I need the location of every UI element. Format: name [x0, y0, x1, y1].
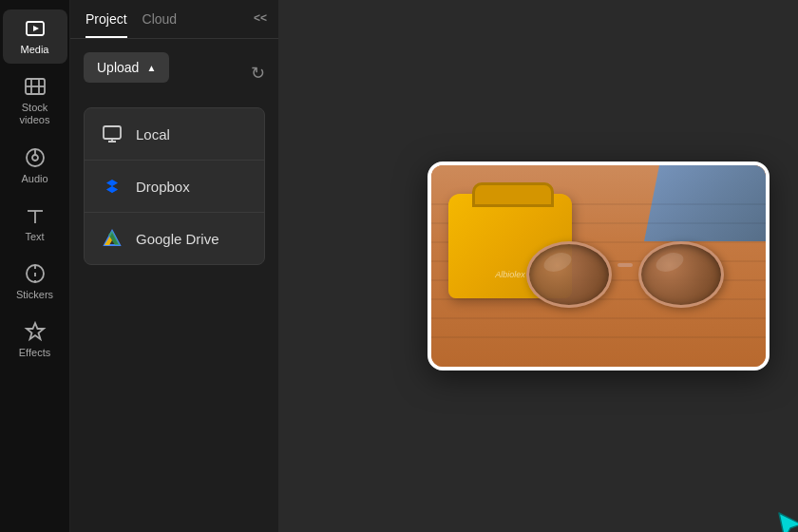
main-panel: Project Cloud << Upload ▲ ↻	[70, 0, 279, 532]
svg-marker-13	[27, 323, 44, 339]
media-thumbnail: Albiolex	[428, 162, 770, 370]
panel-content: Upload ▲ ↻ Local	[70, 39, 278, 532]
tab-cloud[interactable]: Cloud	[142, 11, 178, 38]
chevron-up-icon: ▲	[146, 63, 156, 73]
sidebar-item-stickers[interactable]: Stickers	[3, 255, 67, 309]
audio-icon	[24, 146, 47, 169]
left-lens	[526, 241, 612, 308]
teal-cursor-icon	[771, 505, 798, 532]
svg-marker-18	[106, 183, 118, 194]
text-icon	[24, 204, 47, 227]
sidebar-item-audio[interactable]: Audio	[3, 139, 67, 193]
sidebar-item-media[interactable]: Media	[3, 10, 67, 64]
sidebar-item-text-label: Text	[25, 231, 44, 243]
upload-dropdown: Local Dropbox	[84, 107, 265, 265]
sidebar-item-audio-label: Audio	[21, 173, 48, 185]
sidebar-item-stock-videos-label: Stock videos	[9, 102, 62, 126]
tab-bar: Project Cloud <<	[70, 0, 278, 39]
scene: Albiolex	[431, 165, 766, 367]
sidebar-item-stickers-label: Stickers	[16, 289, 53, 301]
bag-logo: Albiolex	[495, 270, 525, 279]
sunglasses	[526, 241, 724, 308]
wood-stripe	[431, 336, 766, 338]
effects-icon	[24, 320, 47, 343]
svg-rect-14	[104, 126, 121, 139]
dropdown-item-google-drive[interactable]: Google Drive	[85, 213, 264, 264]
dropdown-item-dropbox-label: Dropbox	[136, 179, 190, 195]
dropdown-item-local[interactable]: Local	[85, 108, 264, 161]
refresh-button[interactable]: ↻	[251, 63, 265, 84]
tab-project[interactable]: Project	[86, 11, 127, 38]
stickers-icon	[24, 262, 47, 285]
collapse-button[interactable]: <<	[254, 11, 267, 25]
right-lens	[638, 241, 724, 308]
sidebar: Media Stock videos Audio Text	[0, 0, 70, 532]
svg-marker-22	[779, 513, 798, 532]
dropdown-item-local-label: Local	[136, 126, 170, 142]
stock-videos-icon	[24, 75, 47, 98]
canvas-area: Albiolex	[279, 0, 798, 532]
upload-label: Upload	[97, 60, 139, 75]
sidebar-item-media-label: Media	[21, 44, 49, 56]
dropdown-item-google-drive-label: Google Drive	[136, 231, 219, 247]
wood-stripe	[431, 317, 766, 319]
svg-point-7	[32, 155, 38, 161]
google-drive-icon	[102, 228, 123, 249]
dropdown-item-dropbox[interactable]: Dropbox	[85, 161, 264, 213]
media-icon	[24, 17, 47, 40]
sidebar-item-text[interactable]: Text	[3, 197, 67, 251]
svg-marker-1	[33, 26, 39, 31]
bridge	[618, 263, 633, 267]
sidebar-item-effects-label: Effects	[19, 347, 50, 359]
dropbox-icon	[102, 176, 123, 197]
upload-button[interactable]: Upload ▲	[84, 52, 169, 83]
sidebar-item-effects[interactable]: Effects	[3, 313, 67, 367]
monitor-icon	[102, 124, 123, 144]
sidebar-item-stock-videos[interactable]: Stock videos	[3, 67, 67, 134]
